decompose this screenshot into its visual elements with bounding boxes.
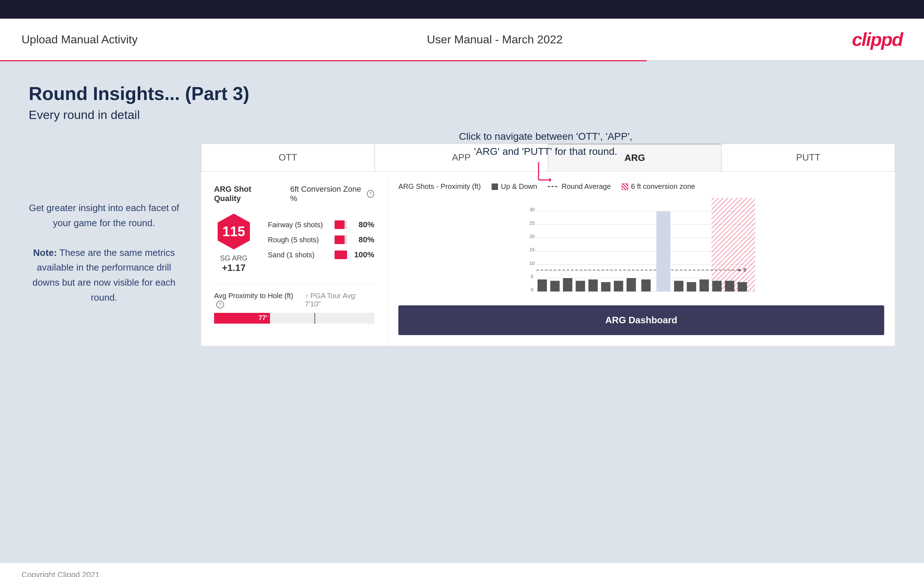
svg-rect-21 (538, 280, 547, 292)
svg-text:5: 5 (531, 274, 533, 279)
svg-rect-37 (725, 280, 734, 292)
upload-manual-activity-label: Upload Manual Activity (21, 33, 138, 46)
svg-rect-31 (674, 280, 683, 292)
svg-rect-33 (699, 280, 709, 292)
proximity-value: 77' (258, 314, 267, 322)
sg-label: SG ARG (220, 254, 248, 262)
main-content: Round Insights... (Part 3) Every round i… (0, 61, 924, 563)
description-main: Get greater insight into each facet of y… (29, 203, 179, 228)
bar-fairway (334, 221, 347, 229)
top-bar (0, 0, 924, 19)
quality-title: ARG Shot Quality (214, 185, 276, 203)
document-title: User Manual - March 2022 (427, 33, 562, 46)
svg-rect-32 (687, 282, 696, 292)
svg-rect-27 (614, 280, 623, 292)
bar-sand (334, 250, 347, 259)
logo-area: clippd (852, 29, 903, 50)
svg-text:0: 0 (531, 287, 533, 292)
footer: Copyright Clippd 2021 (0, 563, 924, 577)
svg-rect-29 (641, 280, 651, 292)
description-box: Get greater insight into each facet of y… (29, 201, 179, 305)
legend-6ft-label: 6 ft conversion zone (631, 182, 695, 191)
svg-rect-35 (712, 198, 755, 292)
svg-text:25: 25 (530, 221, 535, 226)
section-header-row: ARG Shot Quality 6ft Conversion Zone % ? (214, 185, 374, 203)
score-value: 115 (222, 224, 245, 239)
shot-row-rough: Rough (5 shots) 80% (268, 235, 374, 244)
proximity-label: Avg Proximity to Hole (ft) ? (214, 292, 305, 309)
bar-fill-sand (334, 250, 347, 259)
shot-row-fairway: Fairway (5 shots) 80% (268, 220, 374, 229)
cursor-indicator (315, 313, 315, 324)
shot-row-sand: Sand (1 shots) 100% (268, 250, 374, 259)
left-description-panel: Get greater insight into each facet of y… (29, 143, 179, 305)
chart-svg: 0 5 10 15 20 25 30 (398, 198, 884, 298)
legend-6ft-zone: 6 ft conversion zone (622, 182, 695, 191)
panel-left-section: ARG Shot Quality 6ft Conversion Zone % ? (201, 172, 388, 346)
svg-marker-2 (549, 178, 551, 182)
help-icon[interactable]: ? (367, 190, 374, 198)
proximity-help-icon[interactable]: ? (216, 301, 224, 309)
svg-text:30: 30 (530, 207, 535, 212)
svg-text:10: 10 (530, 261, 535, 266)
svg-text:15: 15 (530, 247, 535, 252)
pga-avg: ↑ PGA Tour Avg: 7'10" (305, 292, 374, 308)
arg-dashboard-button[interactable]: ARG Dashboard (398, 305, 884, 335)
annotation-block: Click to navigate between 'OTT', 'APP','… (459, 129, 633, 192)
tab-ott[interactable]: OTT (201, 144, 375, 171)
score-and-bars: 115 SG ARG +1.17 Fairway (5 shots) (214, 212, 374, 274)
sg-value: +1.17 (222, 262, 246, 274)
svg-rect-25 (588, 280, 598, 292)
panel-right-section: ARG Shots - Proximity (ft) Up & Down Rou… (388, 172, 895, 346)
panel-body: ARG Shot Quality 6ft Conversion Zone % ? (201, 172, 895, 346)
hexagon-score: 115 SG ARG +1.17 (214, 212, 254, 274)
svg-rect-26 (601, 282, 611, 292)
shot-quality-bars: Fairway (5 shots) 80% Rough (5 shots) (268, 220, 374, 265)
clippd-logo: clippd (852, 29, 903, 50)
annotation-arrow (535, 162, 556, 191)
svg-text:20: 20 (530, 234, 535, 239)
svg-rect-28 (627, 278, 636, 292)
conversion-subtitle: 6ft Conversion Zone % ? (290, 185, 374, 203)
svg-rect-22 (550, 280, 560, 292)
proximity-bar: 77' (214, 313, 374, 324)
svg-rect-23 (563, 278, 572, 292)
note-label: Note: (33, 247, 57, 258)
page-title: Round Insights... (Part 3) (29, 83, 895, 104)
proximity-header: Avg Proximity to Hole (ft) ? ↑ PGA Tour … (214, 292, 374, 309)
annotation-text: Click to navigate between 'OTT', 'APP','… (459, 129, 633, 159)
tab-putt[interactable]: PUTT (721, 144, 895, 171)
bar-fill-fairway (334, 221, 344, 229)
svg-rect-36 (712, 280, 721, 292)
proximity-section: Avg Proximity to Hole (ft) ? ↑ PGA Tour … (214, 284, 374, 324)
chart-area: 0 5 10 15 20 25 30 (398, 198, 884, 298)
svg-rect-30 (656, 211, 670, 292)
proximity-bar-fill: 77' (214, 313, 270, 324)
page-subtitle: Every round in detail (29, 108, 895, 122)
bar-rough (334, 235, 347, 244)
copyright-text: Copyright Clippd 2021 (21, 570, 100, 577)
svg-rect-24 (576, 280, 585, 292)
svg-rect-38 (738, 282, 747, 292)
bar-fill-rough (334, 235, 344, 244)
hexagon-shape: 115 (214, 212, 254, 251)
header: Upload Manual Activity User Manual - Mar… (0, 19, 924, 60)
